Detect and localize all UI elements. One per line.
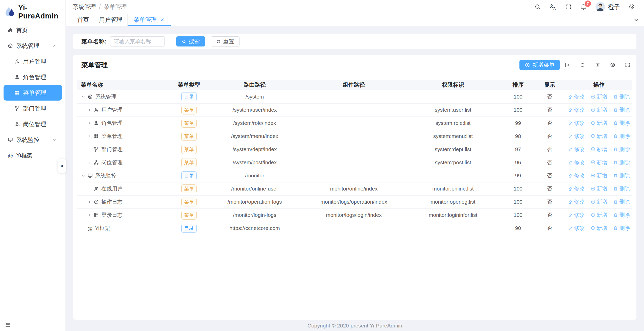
fullscreen-icon[interactable] [625,62,630,68]
row-action-edit[interactable]: 修改 [568,225,585,232]
settings-gear-icon[interactable] [628,4,635,10]
chevron-right-icon[interactable] [87,134,93,139]
row-action-add[interactable]: 新增 [591,93,607,100]
close-icon[interactable] [160,17,165,22]
menu-name: 用户管理 [101,106,123,113]
menu-type-badge: 菜单 [181,184,197,193]
copyright-text: Copyright © 2020-present Yi-PureAdmin [307,323,402,329]
gear-icon[interactable] [610,62,615,68]
menu-name: 角色管理 [101,120,123,127]
sidebar-item-monitor[interactable]: 系统监控 [4,132,62,148]
density-icon[interactable] [595,62,601,68]
arrow-bar-icon[interactable] [564,62,570,68]
visible-value: 否 [534,222,565,235]
row-action-edit[interactable]: 修改 [568,211,585,219]
row-action-add[interactable]: 新增 [591,120,607,127]
tab-0[interactable]: 首页 [72,14,94,26]
tab-bar: 首页 用户管理 菜单管理 [66,14,644,26]
row-action-edit[interactable]: 修改 [568,172,585,179]
chevron-down-icon[interactable] [629,14,644,26]
table-row: @ Yi框架 目录 https://ccnetcore.com 90 否 修改 … [77,222,632,235]
chevron-right-icon[interactable] [87,200,93,204]
user-menu[interactable]: 橙子 [595,2,620,12]
sidebar-item-label: 首页 [16,26,28,34]
breadcrumb-item-system[interactable]: 系统管理 [73,3,96,11]
row-action-delete[interactable]: 删除 [613,211,630,219]
row-action-edit[interactable]: 修改 [568,93,585,100]
sidebar-item-post[interactable]: 岗位管理 [4,116,62,132]
row-action-delete[interactable]: 删除 [613,120,630,127]
menu-name-input[interactable] [110,36,165,46]
row-action-delete[interactable]: 删除 [613,106,630,113]
chevron-down-icon[interactable] [81,173,87,178]
row-action-edit[interactable]: 修改 [568,185,585,192]
column-header: 权限标识 [404,80,502,90]
table-row: 部门管理 菜单 /system/dept/index system:dept:l… [77,143,632,156]
search-button[interactable]: 搜索 [176,36,205,46]
row-action-delete[interactable]: 删除 [613,146,630,153]
notification-bell-icon[interactable]: 7 [580,4,587,10]
chevron-right-icon[interactable] [87,213,93,218]
sidebar-item-menu[interactable]: 菜单管理 [4,85,62,101]
tab-2[interactable]: 菜单管理 [127,14,171,26]
row-action-delete[interactable]: 删除 [613,133,630,140]
row-action-edit[interactable]: 修改 [568,198,585,205]
refresh-icon[interactable] [580,62,585,68]
outdent-icon[interactable] [5,322,11,328]
column-header: 菜单类型 [173,80,205,90]
chevron-right-icon[interactable] [87,147,93,152]
column-header: 操作 [565,80,632,90]
chevron-right-icon[interactable] [87,121,93,126]
row-action-delete[interactable]: 删除 [613,172,630,179]
search-icon[interactable] [534,4,541,10]
sort-value: 100 [502,195,534,208]
chevron-down-icon[interactable] [81,94,87,99]
row-action-edit[interactable]: 修改 [568,159,585,166]
sidebar-collapse-button[interactable]: « [58,159,66,173]
translate-icon[interactable]: 文 A [550,3,557,10]
sidebar-item-dept[interactable]: 部门管理 [4,101,62,116]
sidebar-item-home[interactable]: 首页 [4,22,62,38]
grid-icon [13,90,21,96]
row-action-delete[interactable]: 删除 [613,225,630,232]
component-path [304,130,404,143]
row-action-edit[interactable]: 修改 [568,146,585,153]
route-path: /system [205,90,304,103]
row-action-add[interactable]: 新增 [591,225,607,232]
row-action-delete[interactable]: 删除 [613,159,630,166]
row-action-add[interactable]: 新增 [591,185,607,192]
sort-value: 97 [502,143,534,156]
row-action-add[interactable]: 新增 [591,198,607,205]
row-action-delete[interactable]: 删除 [613,93,630,100]
trash-icon [613,107,618,112]
row-actions: 修改 新增 删除 [565,222,632,235]
row-action-add[interactable]: 新增 [591,133,607,140]
dept-icon [93,147,99,152]
add-menu-button[interactable]: 新增菜单 [519,60,560,70]
row-action-add[interactable]: 新增 [591,106,607,113]
reset-button[interactable]: 重置 [211,36,240,46]
sidebar-item-yi-framework[interactable]: @ Yi框架 [4,148,62,163]
route-path: /monitor/operation-logs [205,195,304,208]
chevron-right-icon[interactable] [87,160,93,165]
row-action-add[interactable]: 新增 [591,159,607,166]
fullscreen-icon[interactable] [565,4,571,10]
table-row: 登录日志 菜单 /monitor/login-logs monitor/logs… [77,208,632,222]
row-action-delete[interactable]: 删除 [613,198,630,205]
row-action-edit[interactable]: 修改 [568,133,585,140]
row-action-edit[interactable]: 修改 [568,120,585,127]
sidebar-item-label: 系统监控 [16,136,39,144]
chevron-right-icon[interactable] [87,108,93,112]
permission-key: system:post:list [404,156,502,169]
table-row: 系统监控 目录 /monitor 99 否 修改 新增 删除 [77,169,632,182]
sort-value: 100 [502,182,534,195]
row-action-delete[interactable]: 删除 [613,185,630,192]
row-action-add[interactable]: 新增 [591,211,607,219]
row-action-add[interactable]: 新增 [591,172,607,179]
sidebar-item-role[interactable]: 角色管理 [4,69,62,85]
row-action-edit[interactable]: 修改 [568,106,585,113]
sidebar-item-system[interactable]: 系统管理 [4,38,62,54]
sidebar-item-user[interactable]: 用户管理 [4,54,62,69]
tab-1[interactable]: 用户管理 [94,14,127,26]
row-action-add[interactable]: 新增 [591,146,607,153]
